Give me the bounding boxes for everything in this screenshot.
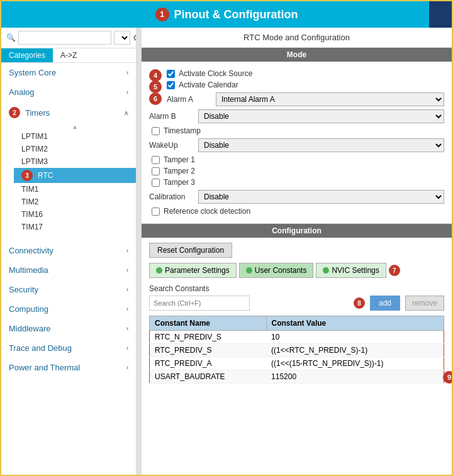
category-tabs: Categories A->Z: [1, 48, 136, 63]
cell-value: 10: [266, 331, 444, 344]
timestamp-checkbox[interactable]: [152, 127, 160, 135]
sub-item-tim2[interactable]: TIM2: [14, 196, 136, 208]
sub-item-tim1[interactable]: TIM1: [14, 183, 136, 196]
tamper1-checkbox[interactable]: [152, 156, 160, 164]
cell-name: RTC_PREDIV_S: [150, 344, 267, 357]
header-title: Pinout & Configuration: [174, 8, 298, 21]
sub-item-lptim2[interactable]: LPTIM2: [14, 143, 136, 155]
sidebar-item-label: Multimedia: [9, 265, 48, 275]
cell-value: ((1<<(15-RTC_N_PREDIV_S))-1): [266, 357, 444, 370]
calibration-select[interactable]: Disable: [198, 190, 444, 204]
table-row[interactable]: RTC_N_PREDIV_S 10: [150, 331, 444, 344]
section-title: RTC Mode and Configuration: [142, 28, 452, 48]
cell-value: ((1<<RTC_N_PREDIV_S)-1): [266, 344, 444, 357]
activate-calendar-checkbox[interactable]: [167, 81, 175, 89]
activate-clock-source-label: Activate Clock Source: [179, 69, 252, 78]
alarm-a-select[interactable]: Internal Alarm A Disable: [216, 92, 444, 106]
table-row[interactable]: USART_BAUDRATE 115200: [150, 370, 444, 384]
main-layout: 🔍 ⚙ Categories A->Z System Core › Analog…: [1, 28, 452, 475]
tab-parameter-settings[interactable]: Parameter Settings: [149, 263, 237, 278]
search-input[interactable]: [18, 31, 111, 45]
tamper2-label: Tamper 2: [164, 167, 195, 175]
badge-6: 6: [149, 92, 162, 105]
constants-table: Constant Name Constant Value RTC_N_PREDI…: [149, 316, 444, 384]
calibration-label: Calibration: [149, 192, 193, 201]
badge-4: 4: [149, 69, 162, 82]
timers-sub-items: ▲ LPTIM1 LPTIM2 LPTIM3 3 RTC TIM1 TIM2 T…: [1, 123, 136, 233]
alarm-b-label: Alarm B: [149, 112, 193, 121]
chevron-right-icon: ›: [126, 89, 128, 96]
sidebar-item-connectivity[interactable]: Connectivity ›: [1, 241, 136, 260]
search-dropdown[interactable]: [114, 31, 130, 45]
search-constants-input[interactable]: [149, 296, 250, 311]
sidebar-item-security[interactable]: Security ›: [1, 280, 136, 299]
activate-clock-source-checkbox[interactable]: [167, 70, 175, 78]
activate-calendar-label: Activate Calendar: [179, 80, 238, 89]
tab-categories[interactable]: Categories: [1, 48, 53, 62]
config-header: Configuration: [142, 224, 452, 238]
content-area: RTC Mode and Configuration Mode 4 Activa…: [142, 28, 452, 475]
sub-item-lptim3[interactable]: LPTIM3: [14, 155, 136, 168]
tamper2-row: Tamper 2: [149, 167, 444, 175]
ref-clock-checkbox[interactable]: [152, 208, 160, 216]
alarm-b-select[interactable]: Disable Internal Alarm B: [198, 109, 444, 123]
chevron-right-icon: ›: [126, 306, 128, 313]
chevron-right-icon: ›: [126, 247, 128, 254]
badge-9: 9: [443, 371, 452, 384]
chevron-right-icon: ›: [126, 267, 128, 274]
search-constants-label: Search Constants: [149, 284, 444, 293]
badge-5: 5: [149, 80, 162, 93]
sub-item-tim16[interactable]: TIM16: [14, 208, 136, 221]
wakeup-select[interactable]: Disable: [198, 138, 444, 152]
chevron-right-icon: ›: [126, 345, 128, 351]
sidebar-item-computing[interactable]: Computing ›: [1, 299, 136, 319]
sidebar-item-trace-debug[interactable]: Trace and Debug ›: [1, 338, 136, 358]
ref-clock-label: Reference clock detection: [164, 207, 250, 216]
tamper3-row: Tamper 3: [149, 178, 444, 187]
badge-7: 7: [389, 265, 400, 276]
sidebar-item-timers[interactable]: 2 Timers ∧: [1, 102, 136, 123]
config-tab-row: Parameter Settings User Constants NVIC S…: [149, 263, 444, 278]
chevron-right-icon: ›: [126, 286, 128, 293]
cell-name: USART_BAUDRATE: [150, 370, 267, 384]
timestamp-row: Timestamp: [149, 126, 444, 135]
sub-item-tim17[interactable]: TIM17: [14, 221, 136, 233]
badge-2: 2: [9, 107, 20, 118]
tab-az[interactable]: A->Z: [53, 48, 84, 62]
cell-name: RTC_N_PREDIV_S: [150, 331, 267, 344]
sidebar-scrollbar[interactable]: [137, 28, 142, 475]
tab-nvic-settings[interactable]: NVIC Settings: [316, 263, 386, 278]
wakeup-label: WakeUp: [149, 141, 193, 150]
sidebar-item-power-thermal[interactable]: Power and Thermal ›: [1, 358, 136, 377]
cell-value: 115200: [266, 370, 444, 384]
col-header-value: Constant Value: [266, 316, 444, 331]
sidebar-item-label: Computing: [9, 304, 48, 314]
remove-button[interactable]: remove: [405, 296, 444, 311]
sidebar-item-label: Timers: [25, 108, 50, 118]
add-button[interactable]: add: [370, 296, 400, 311]
sub-item-rtc[interactable]: 3 RTC: [14, 168, 136, 183]
activate-clock-source-row: 4 Activate Clock Source: [149, 69, 444, 78]
sidebar-item-multimedia[interactable]: Multimedia ›: [1, 260, 136, 280]
sidebar-item-analog[interactable]: Analog ›: [1, 82, 136, 102]
tab-dot-user: [246, 267, 252, 274]
tamper2-checkbox[interactable]: [152, 167, 160, 175]
badge-3: 3: [21, 170, 33, 181]
tab-user-constants[interactable]: User Constants: [239, 263, 314, 278]
tamper1-row: Tamper 1: [149, 155, 444, 164]
sidebar-item-system-core[interactable]: System Core ›: [1, 63, 136, 82]
chevron-right-icon: ›: [126, 69, 128, 76]
reset-config-button[interactable]: Reset Configuration: [149, 243, 232, 258]
tamper3-checkbox[interactable]: [152, 179, 160, 187]
tab-nvic-label: NVIC Settings: [332, 266, 379, 275]
ref-clock-row: Reference clock detection: [149, 207, 444, 216]
table-row[interactable]: RTC_PREDIV_S ((1<<RTC_N_PREDIV_S)-1): [150, 344, 444, 357]
sidebar-item-label: Security: [9, 285, 38, 294]
sidebar-item-label: Connectivity: [9, 246, 53, 255]
config-section: Reset Configuration Parameter Settings U…: [142, 238, 452, 389]
table-container: Constant Name Constant Value RTC_N_PREDI…: [149, 316, 444, 384]
table-row[interactable]: RTC_PREDIV_A ((1<<(15-RTC_N_PREDIV_S))-1…: [150, 357, 444, 370]
tamper1-label: Tamper 1: [164, 155, 195, 164]
sub-item-lptim1[interactable]: LPTIM1: [14, 130, 136, 143]
sidebar-item-middleware[interactable]: Middleware ›: [1, 319, 136, 338]
